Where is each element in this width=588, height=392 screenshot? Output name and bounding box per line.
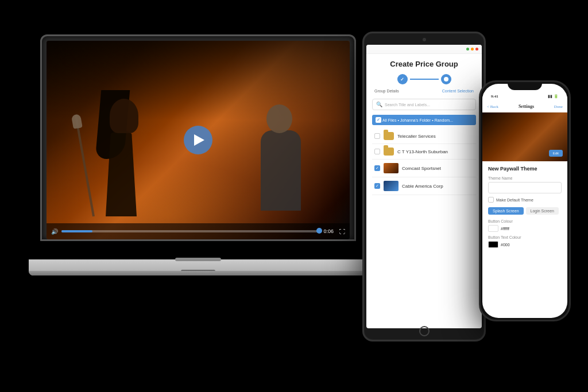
volume-icon[interactable]: 🔊 — [51, 228, 58, 235]
tablet: Create Price Group ✓ Group Details Conte… — [362, 32, 486, 341]
file-name-2: Comcast Sportsnet — [402, 166, 474, 171]
fullscreen-icon[interactable]: ⛶ — [339, 228, 345, 235]
theme-name-label: Theme Name — [488, 176, 562, 180]
make-default-checkbox[interactable] — [488, 197, 494, 203]
checkbox-0[interactable] — [374, 133, 380, 139]
phone-back-button[interactable]: < Back — [487, 104, 498, 109]
progress-fill — [61, 230, 92, 232]
button-text-colour-value: #000 — [501, 243, 510, 247]
tab-login-screen[interactable]: Login Screen — [526, 207, 559, 215]
step-1-label: Group Details — [374, 89, 399, 93]
breadcrumb-check: ✓ — [376, 117, 381, 123]
button-text-colour-swatch[interactable] — [488, 241, 498, 248]
laptop-hinge — [175, 258, 221, 261]
step-2-label: Content Selection — [442, 89, 474, 93]
file-name-1: C T Y13-North Suburban — [397, 149, 474, 154]
folder-icon-0 — [384, 132, 394, 140]
play-button[interactable] — [184, 126, 212, 154]
button-text-colour-row: #000 — [488, 241, 562, 248]
checkbox-1[interactable] — [374, 149, 380, 154]
step-1-circle: ✓ — [397, 74, 408, 84]
laptop-screen-inner: 🔊 0:06 ⛶ — [47, 41, 350, 239]
search-box[interactable]: 🔍 Search Title and Labels... — [372, 99, 476, 110]
tablet-camera — [423, 38, 426, 41]
play-icon — [194, 134, 204, 146]
phone-status-icons: ▮▮ 🔋 — [548, 94, 559, 99]
checkbox-3[interactable]: ✓ — [374, 183, 380, 189]
button-colour-row: #ffffff — [488, 225, 562, 232]
singer-figure — [92, 102, 173, 216]
tablet-title: Create Price Group — [372, 60, 476, 68]
file-name-3: Cable America Corp — [402, 184, 474, 189]
step-labels: Group Details Content Selection — [372, 89, 476, 93]
breadcrumb-bar: ✓ All Files • Johanna's Folder • Random.… — [372, 115, 476, 125]
phone: 9:41 ▮▮ 🔋 < Back Settings Done Edit New … — [479, 80, 571, 321]
theme-name-input[interactable] — [488, 182, 562, 193]
tablet-content: Create Price Group ✓ Group Details Conte… — [366, 54, 482, 201]
status-dot-red — [475, 48, 478, 51]
phone-tabs: Splash Screen Login Screen — [488, 207, 562, 215]
file-item-2[interactable]: ✓ Comcast Sportsnet — [372, 160, 476, 177]
step-2-circle — [441, 74, 451, 84]
status-dot-orange — [471, 48, 474, 51]
guitarist-body — [261, 130, 301, 211]
tablet-home-button[interactable] — [419, 326, 430, 336]
guitarist-head — [266, 104, 292, 133]
button-colour-value: #ffffff — [501, 227, 509, 231]
video-content: 🔊 0:06 ⛶ — [47, 41, 350, 239]
progress-bar[interactable] — [61, 230, 320, 232]
file-item-1[interactable]: C T Y13-North Suburban — [372, 144, 476, 160]
tablet-status-bar — [366, 45, 482, 54]
progress-dot — [316, 228, 322, 234]
laptop-bottom-edge — [29, 271, 368, 275]
video-time: 0:06 — [323, 228, 334, 234]
laptop-screen-outer: 🔊 0:06 ⛶ — [40, 34, 356, 241]
scene: 🔊 0:06 ⛶ — [0, 0, 588, 392]
breadcrumb-checkmark: ✓ — [377, 118, 380, 122]
file-item-3[interactable]: ✓ Cable America Corp — [372, 177, 476, 195]
file-name-0: Telecaller Services — [397, 134, 474, 139]
file-item-0[interactable]: Telecaller Services — [372, 129, 476, 144]
phone-blue-button[interactable]: Edit — [549, 150, 563, 157]
checkbox-2[interactable]: ✓ — [374, 165, 380, 171]
step-1-check: ✓ — [400, 77, 404, 82]
button-text-colour-label: Button Text Colour — [488, 235, 562, 239]
button-colour-swatch[interactable] — [488, 225, 498, 232]
phone-status-bar: 9:41 ▮▮ 🔋 — [482, 92, 567, 101]
file-thumb-3 — [384, 181, 399, 191]
make-default-row: Make Default Theme — [488, 197, 562, 203]
phone-nav-bar: < Back Settings Done — [482, 101, 567, 112]
laptop: 🔊 0:06 ⛶ — [29, 34, 368, 275]
phone-section-title: New Paywall Theme — [488, 166, 562, 172]
phone-notch — [508, 82, 542, 90]
status-dot-green — [466, 48, 469, 51]
tab-splash-screen[interactable]: Splash Screen — [488, 207, 524, 215]
video-controls: 🔊 0:06 ⛶ — [47, 223, 350, 239]
phone-screen: 9:41 ▮▮ 🔋 < Back Settings Done Edit New … — [482, 84, 567, 318]
file-thumb-2 — [384, 163, 399, 173]
stepper: ✓ — [372, 74, 476, 84]
checkmark-2: ✓ — [376, 166, 379, 170]
phone-time: 9:41 — [491, 94, 498, 99]
step-2-inner — [444, 77, 448, 81]
checkmark-3: ✓ — [376, 184, 379, 188]
phone-screen-content: Edit New Paywall Theme Theme Name Make D… — [482, 112, 567, 318]
laptop-base — [29, 259, 368, 275]
singer-head — [110, 99, 138, 133]
step-line — [410, 79, 439, 80]
tablet-screen: Create Price Group ✓ Group Details Conte… — [366, 45, 482, 328]
search-icon: 🔍 — [376, 102, 382, 107]
breadcrumb-text: All Files • Johanna's Folder • Random... — [382, 118, 453, 122]
search-placeholder: Search Title and Labels... — [385, 103, 430, 107]
folder-icon-1 — [384, 148, 394, 156]
phone-top-image: Edit — [482, 112, 567, 161]
make-default-label: Make Default Theme — [496, 198, 533, 202]
phone-content: New Paywall Theme Theme Name Make Defaul… — [482, 161, 567, 256]
guitarist-figure — [246, 107, 315, 211]
button-colour-label: Button Colour — [488, 219, 562, 223]
phone-done-button[interactable]: Done — [554, 104, 563, 109]
phone-nav-title: Settings — [519, 104, 534, 109]
